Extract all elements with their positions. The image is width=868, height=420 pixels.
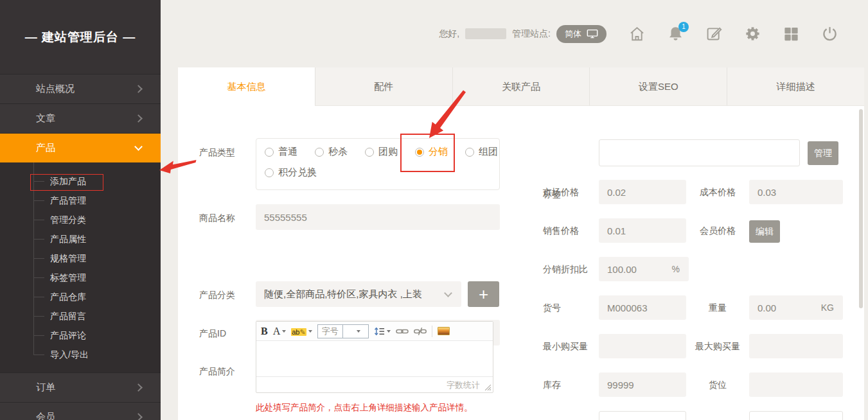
product-type-group: 普通 秒杀 团购 分销 组团 积分兑换 — [256, 138, 500, 190]
shelf-location-input[interactable] — [749, 372, 843, 397]
max-purchase-label: 最大购买量 — [686, 340, 750, 352]
product-name-label: 商品名称 — [199, 212, 235, 223]
sidebar-subitem-category-manage[interactable]: 管理分类 — [0, 210, 161, 229]
market-price-input[interactable] — [599, 180, 686, 204]
tab-accessories[interactable]: 配件 — [315, 67, 452, 106]
grid-icon[interactable] — [783, 25, 800, 42]
subitem-label: 产品仓库 — [50, 292, 86, 302]
cost-price-field — [749, 180, 843, 204]
max-purchase-input[interactable] — [749, 334, 843, 358]
tab-seo-settings[interactable]: 设置SEO — [589, 67, 727, 106]
sidebar-subitem-import-export[interactable]: 导入/导出 — [0, 345, 161, 364]
greeting-text: 您好, — [439, 28, 459, 40]
radio-group-buy[interactable]: 团购 — [365, 146, 398, 158]
chevron-right-icon — [134, 413, 143, 420]
sidebar-item-members[interactable]: 会员 — [0, 402, 161, 420]
product-name-input[interactable] — [256, 204, 500, 230]
sidebar-subitem-product-reviews[interactable]: 产品评论 — [0, 326, 161, 345]
monitor-icon — [587, 29, 598, 39]
gear-icon[interactable] — [744, 25, 761, 42]
min-purchase-input[interactable] — [599, 334, 686, 358]
sidebar-item-site-overview[interactable]: 站点概况 — [0, 74, 161, 103]
sidebar-subitem-product-manage[interactable]: 产品管理 — [0, 191, 161, 210]
radio-points-exchange[interactable]: 积分兑换 — [265, 166, 317, 179]
sidebar-item-label: 站点概况 — [36, 83, 75, 95]
sidebar-subitem-tag-manage[interactable]: 标签管理 — [0, 268, 161, 287]
tab-basic-info[interactable]: 基本信息 — [178, 67, 315, 106]
vertical-scrollbar[interactable] — [859, 109, 863, 308]
tag-input[interactable] — [599, 139, 800, 166]
resize-grip-icon[interactable] — [484, 384, 492, 391]
radio-team-buy[interactable]: 组团 — [465, 146, 498, 158]
radio-flash-sale[interactable]: 秒杀 — [315, 146, 348, 158]
edit-icon[interactable] — [705, 25, 723, 42]
clipped-input-right[interactable] — [749, 411, 843, 420]
subitem-label: 标签管理 — [50, 272, 86, 283]
highlight-button[interactable]: ab✎ — [291, 326, 312, 337]
radio-distribution[interactable]: 分销 — [415, 146, 448, 158]
subitem-label: 产品留言 — [50, 311, 86, 321]
sidebar: — 建站管理后台 — 站点概况 文章 产品 添加产品 产品管理 管理分类 产品属… — [0, 0, 161, 420]
sidebar-subitem-spec-manage[interactable]: 规格管理 — [0, 249, 161, 268]
bold-button[interactable]: B — [261, 326, 268, 337]
subitem-label: 产品属性 — [50, 234, 86, 244]
sidebar-item-label: 会员 — [36, 411, 55, 420]
home-icon[interactable] — [628, 25, 646, 42]
font-color-button[interactable]: A — [273, 326, 287, 337]
language-label: 简体 — [565, 28, 581, 40]
product-category-select[interactable]: 随便,全部商品,特价区,家具内衣 ,上装 — [256, 281, 461, 307]
tab-content-basic-info: 产品类型 普通 秒杀 团购 分销 组团 积分兑换 商品名称 产品分类 随便, — [178, 106, 864, 420]
insert-image-button[interactable] — [438, 327, 450, 335]
sidebar-item-products[interactable]: 产品 — [0, 133, 161, 162]
power-icon[interactable] — [821, 25, 838, 42]
market-price-field — [599, 180, 686, 204]
radio-icon — [465, 148, 474, 157]
sidebar-subitem-product-attrs[interactable]: 产品属性 — [0, 229, 161, 249]
main-panel: 基本信息 配件 关联产品 设置SEO 详细描述 产品类型 普通 秒杀 团购 分销… — [178, 67, 864, 420]
line-height-button[interactable] — [374, 327, 391, 336]
sidebar-item-articles[interactable]: 文章 — [0, 103, 161, 133]
add-category-button[interactable]: + — [468, 281, 499, 307]
font-size-placeholder: 字号 — [318, 326, 343, 337]
manage-tags-button[interactable]: 管理 — [808, 141, 838, 165]
subitem-label: 管理分类 — [50, 214, 86, 225]
sale-price-input[interactable] — [599, 218, 686, 243]
font-size-dropdown-button[interactable] — [342, 325, 368, 338]
word-count-label: 字数统计 — [447, 380, 480, 391]
sidebar-item-label: 产品 — [36, 142, 55, 154]
font-color-glyph: A — [273, 326, 281, 337]
sidebar-subitem-product-warehouse[interactable]: 产品仓库 — [0, 287, 161, 306]
radio-icon — [265, 148, 274, 157]
cost-price-input[interactable] — [749, 180, 843, 204]
highlight-glyph: ab✎ — [291, 328, 306, 336]
sidebar-subitem-add-product[interactable]: 添加产品 — [0, 171, 161, 191]
tab-related-products[interactable]: 关联产品 — [452, 67, 590, 106]
font-size-select[interactable]: 字号 — [317, 324, 369, 338]
edit-member-price-button[interactable]: 编辑 — [749, 220, 780, 243]
min-purchase-field — [599, 334, 686, 358]
sidebar-subitem-product-messages[interactable]: 产品留言 — [0, 306, 161, 326]
chevron-right-icon — [134, 383, 143, 392]
product-name-field — [256, 204, 500, 230]
radio-normal[interactable]: 普通 — [265, 146, 297, 158]
language-toggle-button[interactable]: 简体 — [556, 25, 607, 43]
chevron-right-icon — [134, 114, 143, 123]
tab-detail-description[interactable]: 详细描述 — [727, 67, 864, 106]
min-purchase-label: 最小购买量 — [543, 340, 588, 352]
toolbar-separator — [432, 326, 432, 337]
sidebar-item-orders[interactable]: 订单 — [0, 372, 161, 402]
unlink-button[interactable] — [414, 327, 427, 336]
weight-label: 重量 — [686, 302, 750, 313]
sidebar-nav: 站点概况 文章 产品 添加产品 产品管理 管理分类 产品属性 规格管理 标签管理… — [0, 74, 161, 420]
stock-input[interactable] — [599, 372, 686, 397]
caret-down-icon — [387, 330, 391, 333]
clipped-input-left[interactable] — [599, 411, 686, 420]
product-category-label: 产品分类 — [199, 289, 235, 301]
manage-site-label: 管理站点: — [512, 28, 551, 40]
subitem-label: 规格管理 — [50, 253, 86, 263]
link-button[interactable] — [396, 328, 409, 335]
bell-icon[interactable]: 1 — [667, 25, 684, 42]
editor-text-area[interactable] — [256, 341, 493, 376]
item-number-input[interactable] — [599, 295, 686, 320]
item-number-field — [599, 295, 686, 320]
